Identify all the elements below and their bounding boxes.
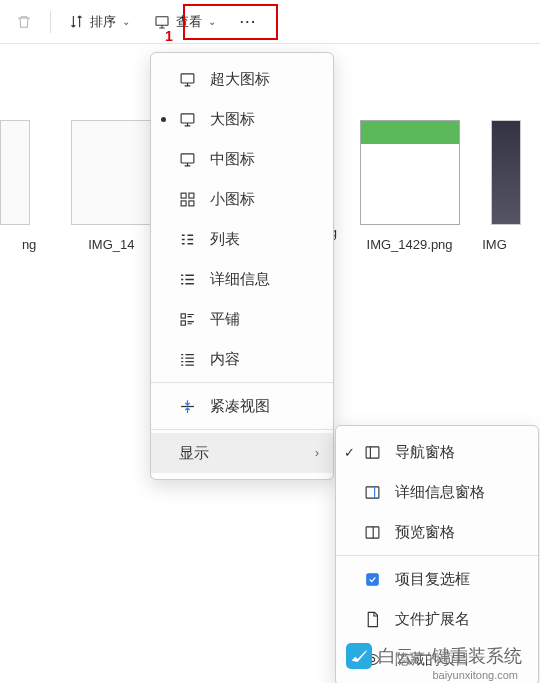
svg-rect-1 [181, 73, 194, 82]
view-menu: 超大图标 大图标 中图标 小图标 列表 详细信息 平铺 内容 紧凑视图 显示 › [150, 52, 334, 480]
toolbar: 排序 ⌄ 查看 ⌄ ··· [0, 0, 540, 44]
list-icon [179, 231, 196, 248]
svg-rect-2 [181, 113, 194, 122]
menu-item-label: 预览窗格 [395, 523, 455, 542]
file-item[interactable]: IMG_14 [68, 80, 154, 663]
menu-item-label: 内容 [210, 350, 240, 369]
menu-item-list[interactable]: 列表 [151, 219, 333, 259]
more-button[interactable]: ··· [230, 9, 267, 34]
view-label: 查看 [176, 13, 202, 31]
svg-rect-7 [189, 200, 194, 205]
menu-item-content[interactable]: 内容 [151, 339, 333, 379]
menu-item-label: 小图标 [210, 190, 255, 209]
menu-separator [336, 555, 538, 556]
svg-rect-6 [181, 200, 186, 205]
file-name: IMG [482, 237, 530, 252]
compact-icon [179, 398, 196, 415]
watermark: 白云一键重装系统 [346, 643, 522, 669]
menu-item-extra-large-icons[interactable]: 超大图标 [151, 59, 333, 99]
menu-item-label: 大图标 [210, 110, 255, 129]
view-icon [154, 14, 170, 30]
file-item[interactable]: ng [10, 80, 48, 663]
watermark-text: 白云一键重装系统 [378, 644, 522, 668]
svg-rect-3 [181, 153, 194, 162]
menu-item-medium-icons[interactable]: 中图标 [151, 139, 333, 179]
menu-item-label: 中图标 [210, 150, 255, 169]
menu-separator [151, 429, 333, 430]
menu-item-label: 紧凑视图 [210, 397, 270, 416]
nav-pane-icon [364, 444, 381, 461]
menu-item-item-checkboxes[interactable]: 项目复选框 [336, 559, 538, 599]
delete-button[interactable] [6, 9, 42, 35]
svg-rect-4 [181, 193, 186, 198]
sort-label: 排序 [90, 13, 116, 31]
file-name: IMG_14 [68, 237, 154, 252]
menu-item-preview-pane[interactable]: 预览窗格 [336, 512, 538, 552]
sort-icon [69, 14, 84, 29]
menu-item-show[interactable]: 显示 › [151, 433, 333, 473]
menu-item-label: 详细信息窗格 [395, 483, 485, 502]
menu-item-small-icons[interactable]: 小图标 [151, 179, 333, 219]
bullet-icon [161, 117, 166, 122]
svg-rect-8 [181, 313, 185, 317]
svg-rect-10 [366, 446, 379, 457]
menu-item-label: 超大图标 [210, 70, 270, 89]
menu-item-label: 平铺 [210, 310, 240, 329]
menu-item-file-extensions[interactable]: 文件扩展名 [336, 599, 538, 639]
file-thumbnail [491, 120, 521, 225]
chevron-down-icon: ⌄ [208, 16, 216, 27]
view-button[interactable]: 查看 ⌄ [144, 8, 226, 36]
monitor-icon [179, 111, 196, 128]
file-name: IMG_1429.png [357, 237, 462, 252]
svg-rect-11 [366, 486, 379, 497]
menu-item-label: 列表 [210, 230, 240, 249]
svg-rect-9 [181, 320, 185, 324]
details-pane-icon [364, 484, 381, 501]
svg-rect-0 [156, 16, 168, 25]
grid-icon [179, 191, 196, 208]
preview-pane-icon [364, 524, 381, 541]
menu-item-details[interactable]: 详细信息 [151, 259, 333, 299]
menu-item-compact[interactable]: 紧凑视图 [151, 386, 333, 426]
monitor-icon [179, 71, 196, 88]
monitor-icon [179, 151, 196, 168]
menu-item-label: 项目复选框 [395, 570, 470, 589]
menu-item-tiles[interactable]: 平铺 [151, 299, 333, 339]
menu-item-navigation-pane[interactable]: ✓ 导航窗格 [336, 432, 538, 472]
file-thumbnail [71, 120, 151, 225]
checkbox-icon [364, 571, 381, 588]
menu-item-label: 导航窗格 [395, 443, 455, 462]
tiles-icon [179, 311, 196, 328]
svg-rect-5 [189, 193, 194, 198]
menu-item-label: 文件扩展名 [395, 610, 470, 629]
svg-rect-13 [367, 573, 378, 584]
checkmark-icon: ✓ [344, 445, 355, 460]
watermark-logo-icon [346, 643, 372, 669]
chevron-right-icon: › [315, 446, 319, 460]
file-thumbnail [0, 120, 30, 225]
content-icon [179, 351, 196, 368]
svg-rect-12 [366, 526, 379, 537]
separator [50, 11, 51, 33]
chevron-down-icon: ⌄ [122, 16, 130, 27]
sort-button[interactable]: 排序 ⌄ [59, 8, 140, 36]
menu-item-details-pane[interactable]: 详细信息窗格 [336, 472, 538, 512]
trash-icon [16, 14, 32, 30]
menu-item-label: 详细信息 [210, 270, 270, 289]
file-thumbnail [360, 120, 460, 225]
watermark-subtext: baiyunxitong.com [432, 669, 518, 681]
menu-separator [151, 382, 333, 383]
file-name: ng [10, 237, 48, 252]
file-icon [364, 611, 381, 628]
details-icon [179, 271, 196, 288]
menu-item-large-icons[interactable]: 大图标 [151, 99, 333, 139]
menu-item-label: 显示 [179, 444, 209, 463]
